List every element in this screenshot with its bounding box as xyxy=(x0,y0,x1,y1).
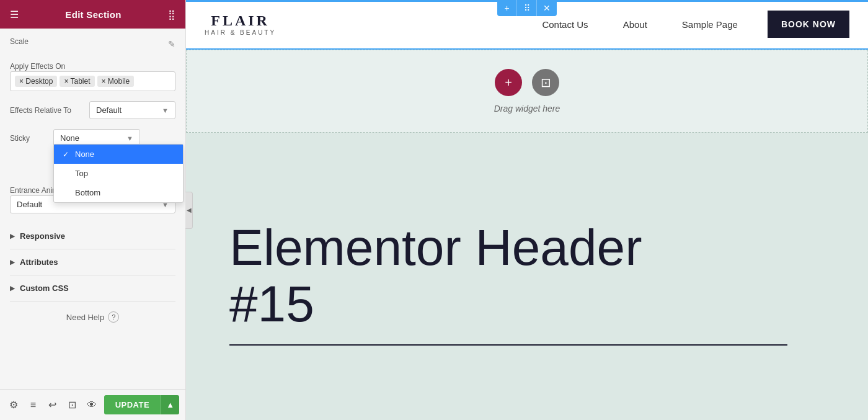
update-btn-group: UPDATE ▲ xyxy=(104,395,179,414)
sticky-value: None xyxy=(60,133,79,143)
custom-css-section: ▶ Custom CSS xyxy=(10,275,175,302)
tag-mobile-label: × Mobile xyxy=(102,77,130,86)
section-add-btn[interactable]: + xyxy=(497,0,517,16)
effects-relative-value: Default xyxy=(96,105,122,115)
right-preview: + ⠿ ✕ FLAIR HAIR & BEAUTY Contact Us Abo… xyxy=(186,0,868,420)
effects-relative-group: Effects Relative To Default ▼ xyxy=(10,101,175,119)
responsive-section: ▶ Responsive xyxy=(10,223,175,249)
need-help-label: Need Help xyxy=(66,313,104,322)
nav-contact[interactable]: Contact Us xyxy=(525,19,605,30)
scale-group: Scale ✎ xyxy=(10,37,175,50)
custom-css-arrow: ▶ xyxy=(10,285,15,292)
dropdown-none-label: None xyxy=(75,150,94,159)
effects-relative-chevron: ▼ xyxy=(162,107,169,114)
dropdown-item-none[interactable]: ✓ None xyxy=(54,145,183,164)
attributes-label: Attributes xyxy=(20,257,58,267)
apply-effects-group: Apply Effects On × Desktop × Tablet × Mo… xyxy=(10,60,175,91)
tag-tablet: × Tablet xyxy=(60,76,94,87)
nav-about[interactable]: About xyxy=(606,19,665,30)
scale-edit-icon[interactable]: ✎ xyxy=(168,39,175,49)
heading-line2: #15 xyxy=(229,276,825,332)
nav-links: Contact Us About Sample Page xyxy=(525,19,755,30)
effects-relative-label: Effects Relative To xyxy=(10,106,84,115)
tag-tablet-label: × Tablet xyxy=(64,77,90,86)
hamburger-icon[interactable]: ☰ xyxy=(10,9,19,20)
update-arrow-button[interactable]: ▲ xyxy=(161,395,179,414)
add-widget-btn[interactable]: + xyxy=(495,69,522,96)
collapse-handle[interactable]: ◀ xyxy=(185,192,193,229)
entrance-animation-value: Default xyxy=(17,200,42,209)
layers-icon-btn[interactable]: ≡ xyxy=(26,395,41,415)
attributes-arrow: ▶ xyxy=(10,259,15,266)
drag-text: Drag widget here xyxy=(494,104,560,114)
section-toolbar: + ⠿ ✕ xyxy=(497,0,557,16)
attributes-section: ▶ Attributes xyxy=(10,249,175,275)
custom-css-label: Custom CSS xyxy=(20,284,69,293)
custom-css-header[interactable]: ▶ Custom CSS xyxy=(10,284,175,293)
nav-sample[interactable]: Sample Page xyxy=(665,19,755,30)
dropdown-bottom-label: Bottom xyxy=(75,188,100,197)
history-icon-btn[interactable]: ↩ xyxy=(45,395,60,415)
dropdown-top-label: Top xyxy=(75,169,88,178)
responsive-label: Responsive xyxy=(20,231,65,241)
panel-header: ☰ Edit Section ⣿ xyxy=(0,0,185,29)
tag-desktop-label: × Desktop xyxy=(19,77,53,86)
heading-line1: Elementor Header xyxy=(229,220,825,275)
dropdown-item-bottom[interactable]: Bottom xyxy=(54,183,183,202)
help-circle-icon: ? xyxy=(108,311,119,323)
main-heading: Elementor Header #15 xyxy=(229,220,825,331)
logo-sub: HAIR & BEAUTY xyxy=(205,29,276,36)
sticky-group: Sticky None ▼ ✓ None xyxy=(10,129,175,147)
scale-label: Scale xyxy=(10,37,29,46)
panel-content: Scale ✎ Apply Effects On × Desktop × Tab… xyxy=(0,29,185,389)
bottom-bar: ⚙ ≡ ↩ ⊡ 👁 UPDATE ▲ xyxy=(0,389,185,420)
dropdown-item-top[interactable]: Top xyxy=(54,164,183,183)
apply-effects-label: Apply Effects On xyxy=(10,62,65,71)
sticky-chevron: ▼ xyxy=(126,135,133,142)
section-close-btn[interactable]: ✕ xyxy=(537,0,557,16)
attributes-header[interactable]: ▶ Attributes xyxy=(10,257,175,267)
left-panel: ☰ Edit Section ⣿ Scale ✎ Apply Effects O… xyxy=(0,0,186,420)
widget-type-btn[interactable]: ⊡ xyxy=(532,69,559,96)
effects-relative-select[interactable]: Default ▼ xyxy=(89,101,175,119)
template-icon-btn[interactable]: ⊡ xyxy=(65,395,80,415)
grid-icon[interactable]: ⣿ xyxy=(168,9,175,20)
need-help[interactable]: Need Help ? xyxy=(10,302,175,333)
responsive-header[interactable]: ▶ Responsive xyxy=(10,231,175,241)
book-now-button[interactable]: BOOK NOW xyxy=(768,11,849,38)
sticky-label: Sticky xyxy=(10,134,47,143)
logo: FLAIR HAIR & BEAUTY xyxy=(205,12,276,35)
section-move-btn[interactable]: ⠿ xyxy=(517,0,537,16)
settings-icon-btn[interactable]: ⚙ xyxy=(6,395,21,415)
check-icon: ✓ xyxy=(63,150,71,159)
add-widget-circles: + ⊡ xyxy=(495,69,559,96)
panel-title: Edit Section xyxy=(65,9,121,20)
empty-section: + ⊡ Drag widget here xyxy=(186,50,868,133)
tag-mobile: × Mobile xyxy=(97,76,135,87)
eye-icon-btn[interactable]: 👁 xyxy=(84,395,99,415)
tags-input[interactable]: × Desktop × Tablet × Mobile xyxy=(10,71,175,91)
sticky-dropdown: ✓ None Top Bottom xyxy=(53,144,184,203)
main-underline xyxy=(229,344,787,346)
responsive-arrow: ▶ xyxy=(10,233,15,239)
main-content: Elementor Header #15 xyxy=(186,133,868,420)
collapse-icon: ◀ xyxy=(187,207,192,213)
logo-flair: FLAIR xyxy=(211,12,270,29)
tag-desktop: × Desktop xyxy=(15,76,57,87)
update-button[interactable]: UPDATE xyxy=(104,395,161,414)
